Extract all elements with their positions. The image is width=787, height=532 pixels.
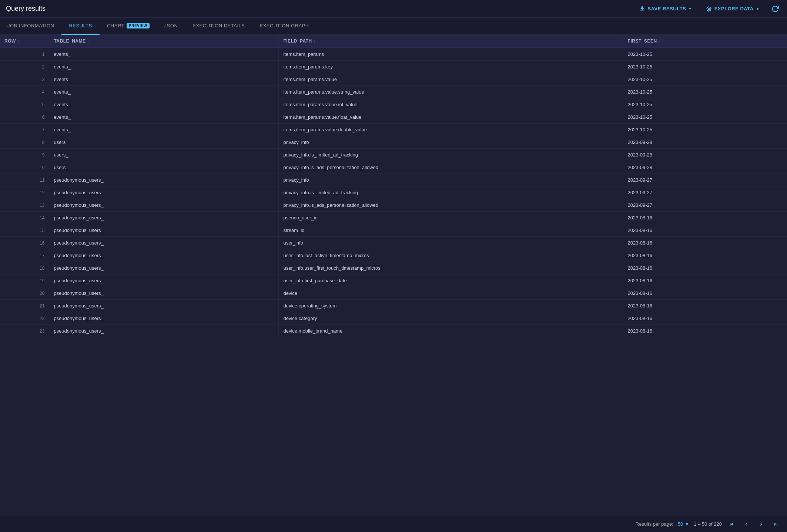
cell-table-name: pseudonymous_users_ <box>49 199 279 212</box>
cell-table-name: events_ <box>49 61 279 73</box>
page-title: Query results <box>6 5 46 13</box>
save-chevron-icon: ▼ <box>688 7 692 11</box>
table-name-col-resize[interactable] <box>277 35 278 47</box>
tab-results[interactable]: RESULTS <box>61 18 100 35</box>
cell-row-number: 22 <box>0 312 49 325</box>
cell-field-path: items.item_params.key <box>279 61 623 73</box>
cell-field-path: privacy_info.is_limited_ad_tracking <box>279 149 623 161</box>
cell-first-seen: 2023-08-16 <box>623 287 787 300</box>
cell-first-seen: 2023-08-16 <box>623 237 787 249</box>
cell-table-name: events_ <box>49 86 279 98</box>
cell-field-path: items.item_params.value.float_value <box>279 111 623 124</box>
refresh-icon <box>771 5 779 13</box>
tab-execution-graph[interactable]: EXECUTION GRAPH <box>252 18 316 35</box>
cell-row-number: 15 <box>0 224 49 237</box>
last-page-button[interactable] <box>771 520 781 529</box>
cell-row-number: 1 <box>0 48 49 61</box>
next-page-button[interactable] <box>756 520 766 529</box>
cell-first-seen: 2023-10-25 <box>623 111 787 124</box>
cell-first-seen: 2023-08-16 <box>623 224 787 237</box>
cell-row-number: 3 <box>0 73 49 86</box>
field-path-col-resize[interactable] <box>622 35 623 47</box>
cell-row-number: 2 <box>0 61 49 73</box>
table-row: 9users_privacy_info.is_limited_ad_tracki… <box>0 149 787 161</box>
cell-table-name: pseudonymous_users_ <box>49 212 279 224</box>
cell-row-number: 20 <box>0 287 49 300</box>
table-row: 22pseudonymous_users_device.category2023… <box>0 312 787 325</box>
cell-table-name: pseudonymous_users_ <box>49 312 279 325</box>
tab-job-information[interactable]: JOB INFORMATION <box>0 18 61 35</box>
cell-row-number: 7 <box>0 124 49 136</box>
save-icon <box>639 6 646 12</box>
cell-table-name: users_ <box>49 136 279 149</box>
col-row[interactable]: Row ↕ <box>0 35 49 48</box>
tab-json[interactable]: JSON <box>157 18 185 35</box>
cell-row-number: 17 <box>0 249 49 262</box>
cell-field-path: device.operating_system <box>279 300 623 312</box>
cell-table-name: events_ <box>49 124 279 136</box>
table-name-sort-icon: ↕ <box>87 39 90 43</box>
cell-field-path: items.item_params.value.double_value <box>279 124 623 136</box>
page-range: 1 – 50 of 220 <box>694 521 722 527</box>
cell-row-number: 10 <box>0 161 49 174</box>
cell-row-number: 19 <box>0 275 49 287</box>
per-page-chevron-icon: ▼ <box>684 521 689 527</box>
cell-row-number: 8 <box>0 136 49 149</box>
cell-field-path: items.item_params.value.string_value <box>279 86 623 98</box>
cell-table-name: pseudonymous_users_ <box>49 275 279 287</box>
tab-execution-details[interactable]: EXECUTION DETAILS <box>185 18 252 35</box>
table-row: 20pseudonymous_users_device2023-08-16 <box>0 287 787 300</box>
results-table-container[interactable]: Row ↕ table_name ↕ field_path ↕ <box>0 35 787 516</box>
table-row: 4events_items.item_params.value.string_v… <box>0 86 787 98</box>
cell-row-number: 6 <box>0 111 49 124</box>
explore-data-button[interactable]: EXPLORE DATA ▼ <box>702 3 763 14</box>
cell-field-path: user_info.last_active_timestamp_micros <box>279 249 623 262</box>
cell-first-seen: 2023-09-28 <box>623 149 787 161</box>
cell-row-number: 13 <box>0 199 49 212</box>
col-field-path[interactable]: field_path ↕ <box>279 35 623 48</box>
results-table: Row ↕ table_name ↕ field_path ↕ <box>0 35 787 337</box>
row-sort-icon: ↕ <box>17 39 20 43</box>
refresh-button[interactable] <box>769 3 781 15</box>
table-row: 18pseudonymous_users_user_info.user_firs… <box>0 262 787 275</box>
cell-first-seen: 2023-10-25 <box>623 124 787 136</box>
cell-row-number: 11 <box>0 174 49 186</box>
cell-first-seen: 2023-08-16 <box>623 212 787 224</box>
results-per-page-label: Results per page: <box>636 521 673 527</box>
cell-first-seen: 2023-09-27 <box>623 174 787 186</box>
cell-first-seen: 2023-08-16 <box>623 262 787 275</box>
table-row: 2events_items.item_params.key2023-10-25 <box>0 61 787 73</box>
field-path-sort-icon: ↕ <box>314 39 316 43</box>
table-row: 7events_items.item_params.value.double_v… <box>0 124 787 136</box>
cell-first-seen: 2023-09-27 <box>623 199 787 212</box>
table-row: 13pseudonymous_users_privacy_info.is_ads… <box>0 199 787 212</box>
cell-table-name: events_ <box>49 111 279 124</box>
first-seen-col-resize[interactable] <box>786 35 787 47</box>
cell-first-seen: 2023-09-27 <box>623 186 787 199</box>
col-table-name[interactable]: table_name ↕ <box>49 35 279 48</box>
cell-field-path: device.category <box>279 312 623 325</box>
cell-field-path: privacy_info.is_ads_personalization_allo… <box>279 199 623 212</box>
cell-field-path: user_info.first_purchase_date <box>279 275 623 287</box>
table-header-row: Row ↕ table_name ↕ field_path ↕ <box>0 35 787 48</box>
tab-bar: JOB INFORMATION RESULTS CHART PREVIEW JS… <box>0 18 787 35</box>
table-row: 17pseudonymous_users_user_info.last_acti… <box>0 249 787 262</box>
save-results-button[interactable]: SAVE RESULTS ▼ <box>635 3 696 14</box>
prev-page-button[interactable] <box>741 520 751 529</box>
row-col-resize[interactable] <box>47 35 49 47</box>
first-page-button[interactable] <box>726 520 737 529</box>
header-actions: SAVE RESULTS ▼ EXPLORE DATA ▼ <box>635 3 781 15</box>
cell-first-seen: 2023-10-25 <box>623 48 787 61</box>
query-header: Query results SAVE RESULTS ▼ EXPLORE DAT… <box>0 0 787 18</box>
cell-field-path: privacy_info.is_ads_personalization_allo… <box>279 161 623 174</box>
table-row: 16pseudonymous_users_user_info2023-08-16 <box>0 237 787 249</box>
per-page-select[interactable]: 50 ▼ <box>678 521 689 527</box>
cell-table-name: pseudonymous_users_ <box>49 186 279 199</box>
cell-first-seen: 2023-08-16 <box>623 300 787 312</box>
cell-row-number: 18 <box>0 262 49 275</box>
col-first-seen[interactable]: first_seen ↕ <box>623 35 787 48</box>
table-row: 6events_items.item_params.value.float_va… <box>0 111 787 124</box>
cell-field-path: user_info <box>279 237 623 249</box>
tab-chart[interactable]: CHART PREVIEW <box>100 18 157 35</box>
cell-first-seen: 2023-09-28 <box>623 161 787 174</box>
